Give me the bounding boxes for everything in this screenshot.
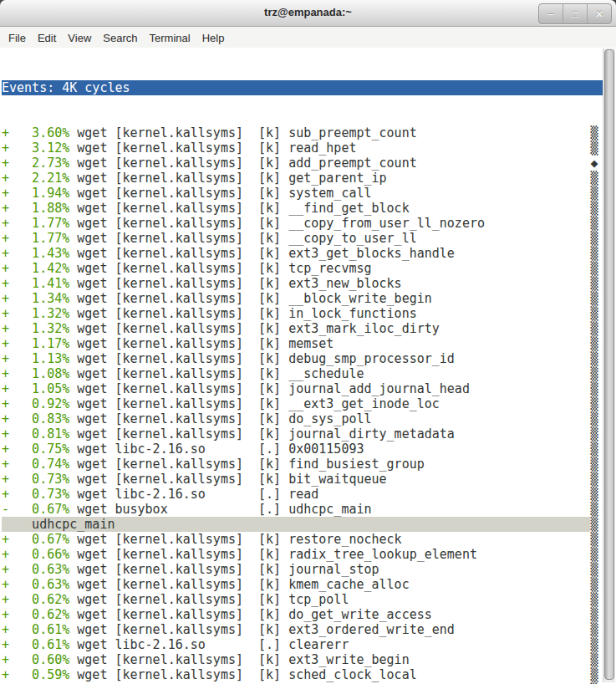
table-row[interactable]: + 3.60% wget [kernel.kallsyms] [k] sub_p…: [2, 125, 605, 140]
table-row[interactable]: + 1.88% wget [kernel.kallsyms] [k] __fin…: [2, 201, 605, 216]
table-row[interactable]: + 0.61% wget libc-2.16.so [.] clearerr ▒: [2, 637, 605, 652]
maximize-button[interactable]: □: [563, 4, 587, 23]
table-row[interactable]: + 1.94% wget [kernel.kallsyms] [k] syste…: [2, 186, 605, 201]
window-title: trz@empanada:~: [0, 0, 616, 25]
table-row[interactable]: + 1.42% wget [kernel.kallsyms] [k] tcp_r…: [2, 261, 605, 276]
table-row[interactable]: + 0.74% wget [kernel.kallsyms] [k] find_…: [2, 457, 605, 472]
close-button[interactable]: ✕: [587, 4, 611, 23]
close-icon: ✕: [595, 9, 603, 19]
minimize-button[interactable]: ‒: [539, 4, 563, 23]
table-row[interactable]: + 0.81% wget [kernel.kallsyms] [k] journ…: [2, 426, 605, 442]
table-row[interactable]: + 0.83% wget [kernel.kallsyms] [k] do_sy…: [2, 411, 605, 426]
perf-rows: + 3.60% wget [kernel.kallsyms] [k] sub_p…: [2, 125, 605, 684]
callchain-row-selected[interactable]: udhcpc_main ▒: [2, 517, 605, 532]
table-row[interactable]: + 1.34% wget [kernel.kallsyms] [k] __blo…: [2, 291, 605, 306]
table-row[interactable]: + 0.63% wget [kernel.kallsyms] [k] journ…: [2, 562, 605, 577]
table-row[interactable]: + 2.21% wget [kernel.kallsyms] [k] get_p…: [2, 171, 605, 186]
window-controls: ‒ □ ✕: [538, 3, 612, 24]
table-row[interactable]: + 0.60% wget [kernel.kallsyms] [k] ext3_…: [2, 652, 605, 667]
table-row[interactable]: + 0.63% wget [kernel.kallsyms] [k] kmem_…: [2, 577, 605, 592]
table-row[interactable]: + 1.05% wget [kernel.kallsyms] [k] journ…: [2, 381, 605, 396]
minimize-icon: ‒: [548, 9, 554, 19]
scrollbar-thumb[interactable]: [604, 49, 614, 680]
title-bar[interactable]: trz@empanada:~ ‒ □ ✕: [0, 0, 616, 27]
table-row[interactable]: + 1.77% wget [kernel.kallsyms] [k] __cop…: [2, 216, 605, 231]
table-row[interactable]: + 0.75% wget libc-2.16.so [.] 0x00115093…: [2, 442, 605, 457]
table-row[interactable]: - 0.67% wget busybox [.] udhcpc_main ▒: [2, 502, 605, 517]
menu-edit[interactable]: Edit: [32, 28, 62, 48]
table-row[interactable]: + 0.62% wget [kernel.kallsyms] [k] tcp_p…: [2, 592, 605, 607]
table-row[interactable]: + 1.43% wget [kernel.kallsyms] [k] ext3_…: [2, 246, 605, 261]
menu-search[interactable]: Search: [97, 28, 143, 48]
terminal-window: trz@empanada:~ ‒ □ ✕ File Edit View Sear…: [0, 0, 616, 684]
table-row[interactable]: + 0.62% wget [kernel.kallsyms] [k] do_ge…: [2, 607, 605, 622]
menu-bar: File Edit View Search Terminal Help: [0, 27, 616, 48]
menu-file[interactable]: File: [3, 28, 32, 48]
table-row[interactable]: + 0.67% wget [kernel.kallsyms] [k] resto…: [2, 532, 605, 547]
scrollbar[interactable]: [603, 48, 615, 682]
table-row[interactable]: + 1.77% wget [kernel.kallsyms] [k] __cop…: [2, 231, 605, 246]
table-row[interactable]: + 1.13% wget [kernel.kallsyms] [k] debug…: [2, 351, 605, 366]
table-row[interactable]: + 0.73% wget [kernel.kallsyms] [k] bit_w…: [2, 472, 605, 487]
table-row[interactable]: + 2.73% wget [kernel.kallsyms] [k] add_p…: [2, 156, 605, 171]
perf-events-header: Events: 4K cycles: [2, 80, 605, 95]
menu-terminal[interactable]: Terminal: [144, 28, 196, 48]
menu-help[interactable]: Help: [196, 28, 231, 48]
table-row[interactable]: + 0.73% wget libc-2.16.so [.] read ▒: [2, 487, 605, 502]
table-row[interactable]: + 0.92% wget [kernel.kallsyms] [k] __ext…: [2, 396, 605, 411]
table-row[interactable]: + 1.32% wget [kernel.kallsyms] [k] ext3_…: [2, 321, 605, 336]
menu-view[interactable]: View: [62, 28, 97, 48]
table-row[interactable]: + 1.08% wget [kernel.kallsyms] [k] __sch…: [2, 366, 605, 381]
table-row[interactable]: + 1.41% wget [kernel.kallsyms] [k] ext3_…: [2, 276, 605, 291]
table-row[interactable]: + 1.32% wget [kernel.kallsyms] [k] in_lo…: [2, 306, 605, 321]
terminal-screen[interactable]: Events: 4K cycles + 3.60% wget [kernel.k…: [0, 48, 616, 684]
table-row[interactable]: + 3.12% wget [kernel.kallsyms] [k] read_…: [2, 140, 605, 156]
maximize-icon: □: [572, 9, 578, 19]
table-row[interactable]: + 0.66% wget [kernel.kallsyms] [k] radix…: [2, 547, 605, 562]
table-row[interactable]: + 1.17% wget [kernel.kallsyms] [k] memse…: [2, 336, 605, 351]
table-row[interactable]: + 0.61% wget [kernel.kallsyms] [k] ext3_…: [2, 622, 605, 637]
table-row[interactable]: + 0.59% wget [kernel.kallsyms] [k] sched…: [2, 667, 605, 682]
